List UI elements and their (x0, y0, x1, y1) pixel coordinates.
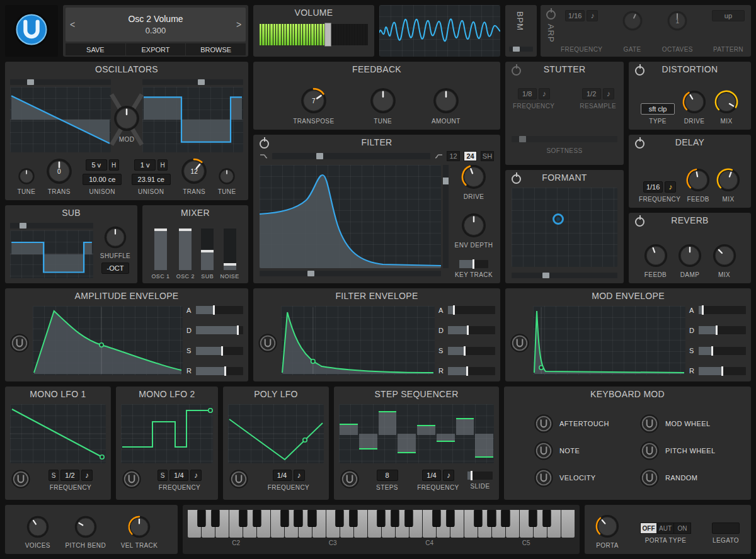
stutter-resample-value[interactable]: 1/2 (582, 88, 601, 99)
piano-black-key[interactable] (488, 510, 496, 526)
piano-black-key[interactable] (253, 510, 261, 526)
piano-black-key[interactable] (350, 510, 358, 526)
amp-env-sustain-slider[interactable] (196, 347, 243, 355)
lfo2-frequency-value[interactable]: 1/4 (169, 470, 188, 481)
legato-toggle[interactable] (712, 522, 740, 534)
osc-mod-knob[interactable] (113, 104, 140, 132)
mixer-osc1-slider[interactable] (154, 229, 167, 270)
delay-feedback-knob[interactable] (685, 167, 711, 193)
arp-frequency-sync-button[interactable]: ♪ (587, 10, 598, 21)
piano-black-key[interactable] (446, 510, 454, 526)
filter-24db-button[interactable]: 24 (464, 151, 477, 161)
stutter-softness-slider[interactable] (512, 136, 617, 142)
step-sequencer-frequency-sync-button[interactable]: ♪ (443, 470, 454, 481)
mixer-osc2-slider[interactable] (179, 229, 192, 270)
amp-env-release-slider[interactable] (196, 367, 243, 375)
piano-black-key[interactable] (197, 510, 205, 526)
piano-black-key[interactable] (211, 510, 219, 526)
export-button[interactable]: EXPORT (126, 43, 186, 55)
arp-octaves-knob[interactable]: 1 (667, 10, 688, 31)
piano-black-key[interactable] (543, 510, 551, 526)
piano-black-key[interactable] (280, 510, 289, 526)
piano-black-key[interactable] (308, 510, 316, 526)
delay-frequency-sync-button[interactable]: ♪ (665, 181, 676, 193)
filter-resonance-slider[interactable] (443, 165, 449, 268)
arp-frequency-value[interactable]: 1/16 (565, 10, 585, 21)
amp-env-decay-slider[interactable] (196, 326, 243, 334)
random-mod-source[interactable] (640, 468, 659, 487)
reverb-feedback-knob[interactable] (643, 243, 668, 268)
osc2-tune-knob[interactable] (218, 167, 236, 185)
step-sequencer-mod-source[interactable] (340, 470, 359, 488)
osc2-unison-detune[interactable]: 23.91 ce (132, 174, 171, 185)
pitch-bend-knob[interactable] (74, 515, 98, 539)
distortion-type-selector[interactable]: sft clp (641, 103, 675, 115)
piano-white-key[interactable] (561, 510, 575, 538)
piano-black-key[interactable] (377, 510, 385, 526)
formant-x-slider[interactable] (512, 273, 617, 278)
vel-track-knob[interactable] (127, 515, 151, 539)
piano-black-key[interactable] (239, 510, 247, 526)
patch-next-button[interactable]: > (232, 20, 246, 30)
lfo2-frequency-sync-button[interactable]: ♪ (190, 470, 202, 481)
filter-cutoff-slider[interactable] (260, 271, 441, 276)
lfo2-seconds-button[interactable]: S (158, 470, 168, 481)
lfo2-waveform-display[interactable] (121, 404, 213, 463)
formant-xy-marker[interactable] (553, 213, 564, 225)
formant-xy-pad[interactable] (512, 188, 617, 267)
piano-black-key[interactable] (404, 510, 413, 526)
velocity-mod-source[interactable] (534, 468, 553, 487)
step-sequencer-display[interactable] (339, 404, 494, 463)
osc1-tune-knob[interactable] (18, 167, 35, 185)
browse-button[interactable]: BROWSE (186, 43, 246, 55)
osc1-waveform-slider[interactable] (10, 79, 111, 85)
lfo1-mod-source[interactable] (11, 470, 30, 488)
aftertouch-mod-source[interactable] (534, 414, 553, 433)
filter-power-button[interactable] (260, 139, 269, 149)
sub-waveform-display[interactable] (10, 230, 93, 278)
patch-prev-button[interactable]: < (66, 20, 79, 30)
step-sequencer-frequency-value[interactable]: 1/4 (422, 470, 441, 481)
mixer-noise-slider[interactable] (224, 229, 236, 270)
piano-black-key[interactable] (529, 510, 537, 526)
mod-env-release-slider[interactable] (699, 367, 746, 375)
osc1-unison-detune[interactable]: 10.00 ce (83, 174, 122, 185)
osc1-unison-harmonize-button[interactable]: H (109, 159, 119, 171)
lfo1-seconds-button[interactable]: S (49, 470, 59, 481)
sub-waveform-slider[interactable] (10, 223, 93, 229)
filter-env-display[interactable] (281, 306, 435, 375)
filter-env-sustain-slider[interactable] (448, 347, 495, 355)
arp-pattern-value[interactable]: up (712, 10, 745, 21)
osc2-unison-harmonize-button[interactable]: H (158, 159, 168, 171)
osc2-waveform-display[interactable] (142, 87, 243, 152)
porta-type-auto-button[interactable]: AUT (657, 522, 674, 534)
filter-env-depth-knob[interactable] (461, 212, 487, 239)
pitch-wheel-mod-source[interactable] (640, 441, 659, 460)
formant-power-button[interactable] (512, 174, 521, 184)
poly-lfo-waveform-display[interactable] (228, 404, 324, 463)
piano-black-key[interactable] (336, 510, 344, 526)
reverb-mix-knob[interactable] (712, 243, 737, 268)
poly-lfo-frequency-value[interactable]: 1/4 (273, 470, 292, 481)
piano-black-key[interactable] (391, 510, 399, 526)
mod-env-sustain-slider[interactable] (699, 347, 746, 355)
mod-wheel-mod-source[interactable] (640, 414, 659, 433)
feedback-transpose-knob[interactable]: 7 (300, 87, 328, 115)
arp-gate-knob[interactable] (622, 10, 643, 31)
poly-lfo-frequency-sync-button[interactable]: ♪ (294, 470, 305, 481)
arp-power-button[interactable] (546, 10, 556, 20)
note-mod-source[interactable] (534, 441, 553, 460)
amp-env-attack-slider[interactable] (196, 306, 243, 314)
app-logo-icon[interactable] (13, 11, 50, 50)
step-bar[interactable] (359, 434, 377, 449)
save-button[interactable]: SAVE (66, 43, 126, 55)
delay-frequency-value[interactable]: 1/16 (643, 181, 663, 193)
voices-knob[interactable] (26, 515, 50, 539)
poly-lfo-mod-source[interactable] (229, 470, 248, 488)
osc1-waveform-display[interactable] (10, 87, 111, 152)
porta-knob[interactable] (595, 514, 620, 539)
feedback-amount-knob[interactable] (432, 87, 460, 115)
lfo1-frequency-value[interactable]: 1/2 (60, 470, 79, 481)
filter-env-release-slider[interactable] (448, 367, 495, 375)
porta-type-on-button[interactable]: ON (674, 522, 691, 534)
